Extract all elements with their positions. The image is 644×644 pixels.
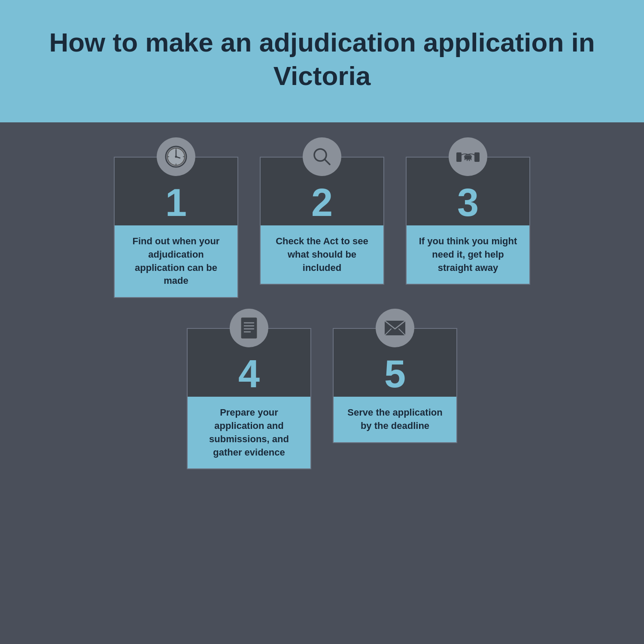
- step-4-label-box: Prepare your application and submissions…: [188, 397, 310, 468]
- svg-rect-19: [241, 318, 257, 338]
- step-2-label-box: Check the Act to see what should be incl…: [261, 225, 383, 284]
- page-title: How to make an adjudication application …: [34, 26, 610, 92]
- envelope-icon: [383, 319, 407, 337]
- main-content: 1 Find out when your adjudication applic…: [0, 122, 644, 495]
- step-4-label: Prepare your application and submissions…: [209, 407, 289, 457]
- svg-line-10: [325, 159, 330, 164]
- search-icon: [311, 146, 333, 167]
- step-4-card: 4 Prepare your application and submissio…: [187, 328, 311, 469]
- step-1-number: 1: [165, 183, 187, 222]
- step-1-label: Find out when your adjudication applicat…: [133, 236, 220, 286]
- svg-rect-12: [474, 152, 480, 162]
- step-4-wrapper: 4 Prepare your application and submissio…: [187, 328, 311, 469]
- step-5-number: 5: [384, 355, 406, 393]
- svg-point-13: [465, 155, 471, 160]
- steps-row-1: 1 Find out when your adjudication applic…: [114, 157, 530, 298]
- step-3-label: If you think you might need it, get help…: [419, 236, 517, 273]
- step-1-card: 1 Find out when your adjudication applic…: [114, 157, 238, 298]
- step-5-icon-circle: [376, 309, 414, 347]
- step-5-label: Serve the application by the deadline: [347, 407, 442, 431]
- step-2-icon-circle: [303, 137, 341, 176]
- header: How to make an adjudication application …: [0, 0, 644, 122]
- step-1-wrapper: 1 Find out when your adjudication applic…: [114, 157, 238, 298]
- steps-row-2: 4 Prepare your application and submissio…: [187, 328, 457, 469]
- step-4-icon-circle: [230, 309, 268, 347]
- step-2-number: 2: [311, 183, 333, 222]
- clock-icon: [164, 145, 188, 168]
- step-2-label: Check the Act to see what should be incl…: [276, 236, 368, 273]
- step-4-number: 4: [238, 355, 260, 393]
- step-3-icon-circle: [449, 137, 487, 176]
- step-5-wrapper: 5 Serve the application by the deadline: [333, 328, 457, 469]
- step-2-wrapper: 2 Check the Act to see what should be in…: [260, 157, 384, 298]
- document-icon: [239, 317, 259, 339]
- step-1-label-box: Find out when your adjudication applicat…: [115, 225, 237, 297]
- step-3-wrapper: 3 If you think you might need it, get he…: [406, 157, 530, 298]
- svg-rect-11: [456, 152, 462, 162]
- step-3-number: 3: [457, 183, 479, 222]
- step-1-icon-circle: [157, 137, 195, 176]
- handshake-icon: [456, 146, 480, 168]
- step-5-label-box: Serve the application by the deadline: [334, 397, 456, 442]
- step-3-label-box: If you think you might need it, get help…: [407, 225, 529, 284]
